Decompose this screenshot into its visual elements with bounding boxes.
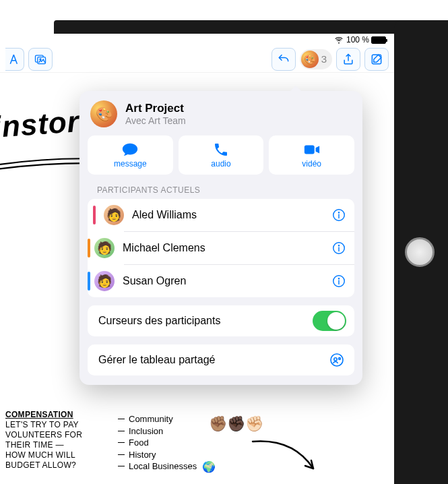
- battery-percentage: 100 %: [346, 35, 369, 44]
- svg-point-13: [339, 358, 341, 360]
- collaboration-popover: 🎨 Art Project Avec Art Team message: [79, 91, 362, 385]
- wifi-icon: [334, 35, 344, 44]
- svg-point-2: [40, 59, 41, 60]
- participant-name: Michael Clemens: [123, 242, 331, 254]
- cursors-toggle[interactable]: [313, 311, 346, 331]
- handwriting-note-list: Community Inclusion Food History Local B…: [118, 413, 197, 473]
- collab-count: 3: [321, 53, 327, 65]
- svg-point-10: [338, 278, 339, 279]
- handwriting-note-compensation: Compensation Let's try to pay volunteers…: [5, 410, 82, 471]
- compose-button[interactable]: [364, 48, 389, 71]
- svg-rect-4: [305, 146, 315, 154]
- palette-icon: 🎨: [301, 51, 319, 68]
- svg-point-12: [334, 358, 337, 361]
- message-button[interactable]: message: [88, 135, 173, 175]
- manage-label: Gérer le tableau partagé: [98, 354, 329, 366]
- arrow-drawing: [246, 438, 327, 479]
- undo-button[interactable]: [271, 48, 296, 71]
- participant-name: Aled Williams: [132, 209, 331, 221]
- collaboration-button[interactable]: 🎨 3: [300, 49, 332, 69]
- collaboration-icon: [329, 352, 345, 368]
- fist-emojis: ✊🏽✊🏿✊🏻: [209, 415, 263, 433]
- audio-label: audio: [211, 159, 230, 169]
- participant-cursors-row: Curseurs des participants: [88, 305, 354, 336]
- svg-point-6: [338, 212, 339, 213]
- video-button[interactable]: vidéo: [269, 135, 354, 175]
- participant-row[interactable]: 🧑 Aled Williams: [88, 199, 354, 231]
- share-button[interactable]: [336, 48, 360, 71]
- text-format-button[interactable]: [5, 48, 24, 71]
- globe-emoji: 🌍: [202, 460, 216, 473]
- participant-row[interactable]: 🧑 Michael Clemens: [124, 231, 354, 264]
- project-title: Art Project: [125, 102, 186, 115]
- svg-rect-1: [38, 57, 46, 63]
- message-icon: [121, 142, 139, 158]
- avatar: 🧑: [94, 238, 115, 258]
- avatar: 🧑: [94, 271, 115, 291]
- participants-list: 🧑 Aled Williams 🧑 Michael Clemens: [88, 199, 354, 297]
- info-icon[interactable]: [331, 241, 346, 255]
- project-avatar: 🎨: [90, 100, 117, 127]
- phone-icon: [212, 142, 230, 158]
- manage-shared-board-button[interactable]: Gérer le tableau partagé: [88, 344, 354, 375]
- presence-stripe: [88, 239, 90, 258]
- status-bar: 100 %: [0, 34, 394, 46]
- video-icon: [303, 142, 321, 158]
- avatar: 🧑: [104, 205, 124, 225]
- svg-point-8: [338, 245, 339, 246]
- home-button[interactable]: [405, 237, 435, 267]
- video-label: vidéo: [302, 159, 321, 169]
- battery-indicator: 100 %: [346, 35, 386, 44]
- message-label: message: [114, 159, 147, 169]
- info-icon[interactable]: [331, 208, 346, 222]
- audio-button[interactable]: audio: [179, 135, 264, 175]
- participants-section-label: PARTICIPANTS ACTUELS: [88, 185, 354, 195]
- participant-name: Susan Ogren: [123, 275, 331, 287]
- participant-row[interactable]: 🧑 Susan Ogren: [124, 264, 354, 297]
- cursors-label: Curseurs des participants: [98, 315, 313, 327]
- presence-stripe: [93, 206, 96, 224]
- toolbar: 🎨 3: [0, 46, 394, 73]
- info-icon[interactable]: [331, 274, 346, 289]
- presence-stripe: [88, 272, 90, 291]
- media-button[interactable]: [28, 48, 53, 71]
- project-subtitle: Avec Art Team: [125, 115, 186, 126]
